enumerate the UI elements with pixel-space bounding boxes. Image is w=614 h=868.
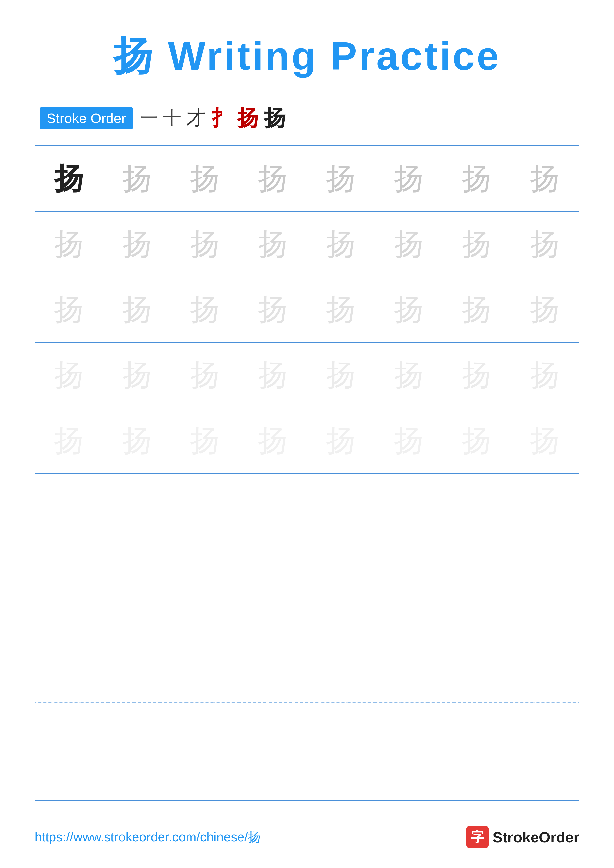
grid-cell[interactable]: 扬 (307, 146, 375, 212)
grid-cell-empty[interactable] (307, 735, 375, 801)
grid-cell-empty[interactable] (511, 735, 579, 801)
grid-cell-empty[interactable] (35, 539, 103, 604)
grid-cell[interactable]: 扬 (171, 146, 239, 212)
grid-cell-empty[interactable] (443, 604, 511, 670)
grid-cell[interactable]: 扬 (307, 343, 375, 408)
writing-grid: 扬 扬 扬 扬 扬 扬 扬 扬 扬 扬 扬 扬 扬 扬 扬 扬 扬 扬 扬 扬 … (35, 146, 579, 801)
grid-cell-empty[interactable] (239, 670, 307, 735)
grid-cell[interactable]: 扬 (443, 146, 511, 212)
title-section: 扬 Writing Practice (35, 30, 579, 83)
grid-cell-empty[interactable] (511, 473, 579, 539)
grid-cell[interactable]: 扬 (103, 343, 171, 408)
grid-cell[interactable]: 扬 (103, 408, 171, 473)
grid-cell-empty[interactable] (171, 670, 239, 735)
grid-cell[interactable]: 扬 (239, 408, 307, 473)
footer-url[interactable]: https://www.strokeorder.com/chinese/扬 (35, 828, 261, 846)
stroke-order-row: Stroke Order 一 十 才 扌 扬 扬 (40, 103, 579, 133)
grid-cell-empty[interactable] (239, 735, 307, 801)
grid-cell[interactable]: 扬 (511, 146, 579, 212)
stroke-1: 一 (140, 106, 158, 130)
grid-cell-empty[interactable] (443, 670, 511, 735)
grid-cell-empty[interactable] (35, 670, 103, 735)
grid-cell[interactable]: 扬 (443, 343, 511, 408)
grid-cell[interactable]: 扬 (511, 212, 579, 277)
grid-cell[interactable]: 扬 (511, 277, 579, 343)
grid-cell-empty[interactable] (171, 735, 239, 801)
grid-cell[interactable]: 扬 (103, 277, 171, 343)
stroke-order-badge: Stroke Order (40, 107, 133, 129)
grid-cell-empty[interactable] (239, 604, 307, 670)
page-title: 扬 Writing Practice (35, 30, 579, 83)
grid-cell[interactable]: 扬 (443, 408, 511, 473)
grid-cell[interactable]: 扬 (511, 343, 579, 408)
grid-cell[interactable]: 扬 (35, 343, 103, 408)
grid-cell[interactable]: 扬 (103, 212, 171, 277)
grid-cell-empty[interactable] (375, 473, 443, 539)
stroke-4: 扌 (211, 104, 232, 132)
stroke-3: 才 (186, 105, 206, 132)
grid-cell-empty[interactable] (239, 473, 307, 539)
grid-cell-empty[interactable] (103, 670, 171, 735)
grid-cell[interactable]: 扬 (375, 408, 443, 473)
grid-cell-empty[interactable] (103, 735, 171, 801)
grid-cell[interactable]: 扬 (35, 408, 103, 473)
grid-cell-empty[interactable] (375, 604, 443, 670)
grid-cell-empty[interactable] (171, 539, 239, 604)
grid-cell-empty[interactable] (443, 735, 511, 801)
grid-cell[interactable]: 扬 (511, 408, 579, 473)
footer: https://www.strokeorder.com/chinese/扬 字 … (35, 826, 579, 848)
grid-cell[interactable]: 扬 (35, 212, 103, 277)
grid-cell[interactable]: 扬 (171, 212, 239, 277)
grid-cell[interactable]: 扬 (375, 212, 443, 277)
grid-cell[interactable]: 扬 (307, 212, 375, 277)
grid-cell[interactable]: 扬 (239, 212, 307, 277)
stroke-chars: 一 十 才 扌 扬 扬 (140, 103, 286, 133)
grid-cell-empty[interactable] (307, 473, 375, 539)
footer-logo: 字 StrokeOrder (466, 826, 579, 848)
grid-cell-empty[interactable] (171, 473, 239, 539)
grid-cell-empty[interactable] (511, 604, 579, 670)
grid-cell-empty[interactable] (307, 604, 375, 670)
grid-cell[interactable]: 扬 (35, 146, 103, 212)
grid-cell[interactable]: 扬 (307, 408, 375, 473)
logo-name: StrokeOrder (493, 829, 579, 846)
grid-cell[interactable]: 扬 (171, 408, 239, 473)
stroke-6: 扬 (264, 103, 286, 133)
grid-cell-empty[interactable] (375, 670, 443, 735)
grid-cell[interactable]: 扬 (307, 277, 375, 343)
grid-cell[interactable]: 扬 (443, 277, 511, 343)
grid-cell-empty[interactable] (307, 670, 375, 735)
grid-cell-empty[interactable] (375, 539, 443, 604)
grid-cell-empty[interactable] (103, 539, 171, 604)
grid-cell-empty[interactable] (511, 670, 579, 735)
grid-cell-empty[interactable] (35, 473, 103, 539)
stroke-5: 扬 (237, 104, 259, 133)
grid-cell-empty[interactable] (443, 539, 511, 604)
grid-cell[interactable]: 扬 (239, 343, 307, 408)
grid-cell[interactable]: 扬 (239, 277, 307, 343)
grid-cell-empty[interactable] (307, 539, 375, 604)
grid-cell-empty[interactable] (239, 539, 307, 604)
grid-cell[interactable]: 扬 (35, 277, 103, 343)
grid-cell-empty[interactable] (35, 735, 103, 801)
grid-cell[interactable]: 扬 (103, 146, 171, 212)
grid-cell-empty[interactable] (103, 473, 171, 539)
grid-cell[interactable]: 扬 (171, 277, 239, 343)
grid-cell[interactable]: 扬 (171, 343, 239, 408)
stroke-2: 十 (163, 105, 181, 131)
grid-cell[interactable]: 扬 (375, 277, 443, 343)
page: 扬 Writing Practice Stroke Order 一 十 才 扌 … (0, 0, 614, 868)
grid-cell-empty[interactable] (511, 539, 579, 604)
grid-cell-empty[interactable] (375, 735, 443, 801)
grid-cell-empty[interactable] (443, 473, 511, 539)
grid-cell-empty[interactable] (103, 604, 171, 670)
grid-cell-empty[interactable] (171, 604, 239, 670)
grid-cell[interactable]: 扬 (443, 212, 511, 277)
grid-cell[interactable]: 扬 (375, 343, 443, 408)
grid-cell-empty[interactable] (35, 604, 103, 670)
logo-icon: 字 (466, 826, 489, 848)
grid-cell[interactable]: 扬 (239, 146, 307, 212)
grid-cell[interactable]: 扬 (375, 146, 443, 212)
